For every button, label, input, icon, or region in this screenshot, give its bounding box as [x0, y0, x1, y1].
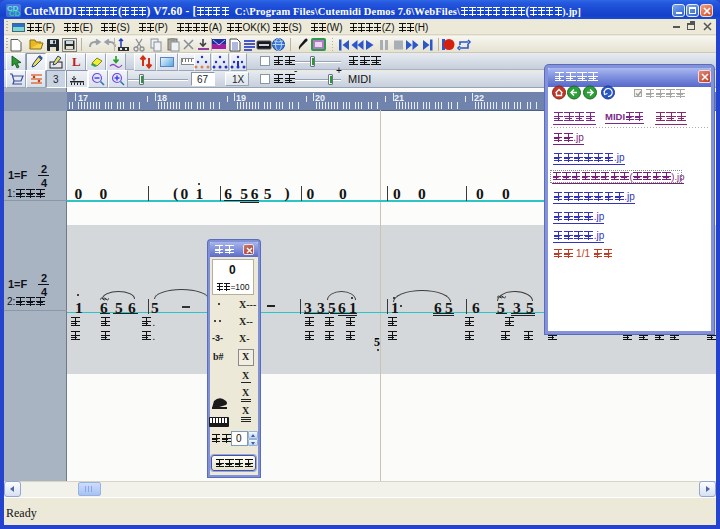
svg-text:20: 20 [315, 93, 325, 103]
svg-text:CD: CD [9, 9, 21, 17]
svg-text:18: 18 [157, 93, 167, 103]
svg-text:19: 19 [236, 93, 246, 103]
svg-text:21: 21 [394, 93, 404, 103]
svg-text:22: 22 [474, 93, 484, 103]
svg-text:17: 17 [78, 93, 88, 103]
